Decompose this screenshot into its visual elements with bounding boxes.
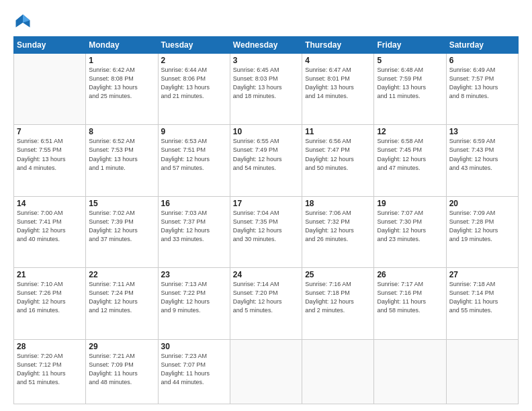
weekday-header-friday: Friday — [374, 37, 446, 54]
day-number: 3 — [233, 56, 299, 65]
day-number: 23 — [161, 270, 227, 279]
day-number: 14 — [17, 199, 83, 208]
day-number: 25 — [305, 270, 371, 279]
calendar-cell: 3Sunrise: 6:45 AM Sunset: 8:03 PM Daylig… — [230, 54, 302, 125]
calendar-cell — [446, 339, 518, 404]
weekday-header-monday: Monday — [86, 37, 158, 54]
day-info: Sunrise: 7:04 AM Sunset: 7:35 PM Dayligh… — [233, 209, 299, 244]
day-number: 30 — [161, 342, 227, 351]
day-number: 15 — [89, 199, 154, 208]
day-number: 20 — [449, 199, 515, 208]
calendar-cell: 9Sunrise: 6:53 AM Sunset: 7:51 PM Daylig… — [158, 125, 230, 196]
day-info: Sunrise: 6:44 AM Sunset: 8:06 PM Dayligh… — [161, 66, 227, 101]
logo — [13, 12, 35, 31]
day-info: Sunrise: 6:47 AM Sunset: 8:01 PM Dayligh… — [305, 66, 371, 101]
calendar-cell: 19Sunrise: 7:07 AM Sunset: 7:30 PM Dayli… — [374, 196, 446, 267]
day-info: Sunrise: 6:53 AM Sunset: 7:51 PM Dayligh… — [161, 137, 227, 172]
day-number: 17 — [233, 199, 299, 208]
day-info: Sunrise: 7:10 AM Sunset: 7:26 PM Dayligh… — [17, 280, 83, 315]
day-info: Sunrise: 7:23 AM Sunset: 7:07 PM Dayligh… — [161, 352, 227, 387]
calendar-cell: 14Sunrise: 7:00 AM Sunset: 7:41 PM Dayli… — [14, 196, 86, 267]
day-number: 21 — [17, 270, 83, 279]
day-number: 6 — [449, 56, 515, 65]
day-number: 9 — [161, 127, 227, 136]
calendar-cell: 25Sunrise: 7:16 AM Sunset: 7:18 PM Dayli… — [302, 268, 374, 339]
calendar-table: SundayMondayTuesdayWednesdayThursdayFrid… — [13, 36, 519, 404]
day-number: 8 — [89, 127, 154, 136]
day-number: 10 — [233, 127, 299, 136]
day-info: Sunrise: 7:07 AM Sunset: 7:30 PM Dayligh… — [377, 209, 443, 244]
calendar-cell: 24Sunrise: 7:14 AM Sunset: 7:20 PM Dayli… — [230, 268, 302, 339]
day-number: 26 — [377, 270, 443, 279]
day-number: 5 — [377, 56, 443, 65]
calendar-cell: 18Sunrise: 7:06 AM Sunset: 7:32 PM Dayli… — [302, 196, 374, 267]
day-info: Sunrise: 7:03 AM Sunset: 7:37 PM Dayligh… — [161, 209, 227, 244]
calendar-cell: 5Sunrise: 6:48 AM Sunset: 7:59 PM Daylig… — [374, 54, 446, 125]
day-info: Sunrise: 7:21 AM Sunset: 7:09 PM Dayligh… — [89, 352, 154, 387]
calendar-cell: 20Sunrise: 7:09 AM Sunset: 7:28 PM Dayli… — [446, 196, 518, 267]
calendar-week-row: 1Sunrise: 6:42 AM Sunset: 8:08 PM Daylig… — [14, 54, 519, 125]
calendar-cell — [302, 339, 374, 404]
day-info: Sunrise: 6:51 AM Sunset: 7:55 PM Dayligh… — [17, 137, 83, 172]
calendar-week-row: 7Sunrise: 6:51 AM Sunset: 7:55 PM Daylig… — [14, 125, 519, 196]
calendar-cell: 16Sunrise: 7:03 AM Sunset: 7:37 PM Dayli… — [158, 196, 230, 267]
calendar-cell: 6Sunrise: 6:49 AM Sunset: 7:57 PM Daylig… — [446, 54, 518, 125]
day-number: 19 — [377, 199, 443, 208]
day-info: Sunrise: 7:17 AM Sunset: 7:16 PM Dayligh… — [377, 280, 443, 315]
day-info: Sunrise: 7:20 AM Sunset: 7:12 PM Dayligh… — [17, 352, 83, 387]
day-number: 27 — [449, 270, 515, 279]
day-number: 7 — [17, 127, 83, 136]
day-number: 28 — [17, 342, 83, 351]
calendar-cell — [374, 339, 446, 404]
calendar-cell: 21Sunrise: 7:10 AM Sunset: 7:26 PM Dayli… — [14, 268, 86, 339]
day-info: Sunrise: 7:11 AM Sunset: 7:24 PM Dayligh… — [89, 280, 154, 315]
day-info: Sunrise: 7:06 AM Sunset: 7:32 PM Dayligh… — [305, 209, 371, 244]
calendar-cell — [230, 339, 302, 404]
day-info: Sunrise: 6:49 AM Sunset: 7:57 PM Dayligh… — [449, 66, 515, 101]
weekday-header-tuesday: Tuesday — [158, 37, 230, 54]
logo-icon — [13, 12, 32, 31]
day-info: Sunrise: 6:48 AM Sunset: 7:59 PM Dayligh… — [377, 66, 443, 101]
calendar-cell: 8Sunrise: 6:52 AM Sunset: 7:53 PM Daylig… — [86, 125, 158, 196]
calendar-cell: 17Sunrise: 7:04 AM Sunset: 7:35 PM Dayli… — [230, 196, 302, 267]
calendar-cell: 27Sunrise: 7:18 AM Sunset: 7:14 PM Dayli… — [446, 268, 518, 339]
day-info: Sunrise: 6:59 AM Sunset: 7:43 PM Dayligh… — [449, 137, 515, 172]
calendar-cell: 10Sunrise: 6:55 AM Sunset: 7:49 PM Dayli… — [230, 125, 302, 196]
calendar-cell: 7Sunrise: 6:51 AM Sunset: 7:55 PM Daylig… — [14, 125, 86, 196]
day-number: 29 — [89, 342, 154, 351]
calendar-cell: 15Sunrise: 7:02 AM Sunset: 7:39 PM Dayli… — [86, 196, 158, 267]
day-info: Sunrise: 7:18 AM Sunset: 7:14 PM Dayligh… — [449, 280, 515, 315]
calendar-cell: 30Sunrise: 7:23 AM Sunset: 7:07 PM Dayli… — [158, 339, 230, 404]
calendar-cell: 2Sunrise: 6:44 AM Sunset: 8:06 PM Daylig… — [158, 54, 230, 125]
page: SundayMondayTuesdayWednesdayThursdayFrid… — [0, 0, 532, 411]
day-info: Sunrise: 6:52 AM Sunset: 7:53 PM Dayligh… — [89, 137, 154, 172]
day-number: 13 — [449, 127, 515, 136]
day-info: Sunrise: 6:45 AM Sunset: 8:03 PM Dayligh… — [233, 66, 299, 101]
day-info: Sunrise: 7:09 AM Sunset: 7:28 PM Dayligh… — [449, 209, 515, 244]
day-info: Sunrise: 7:14 AM Sunset: 7:20 PM Dayligh… — [233, 280, 299, 315]
day-info: Sunrise: 7:13 AM Sunset: 7:22 PM Dayligh… — [161, 280, 227, 315]
day-number: 16 — [161, 199, 227, 208]
day-number: 11 — [305, 127, 371, 136]
calendar-cell: 26Sunrise: 7:17 AM Sunset: 7:16 PM Dayli… — [374, 268, 446, 339]
calendar-cell — [14, 54, 86, 125]
day-info: Sunrise: 7:00 AM Sunset: 7:41 PM Dayligh… — [17, 209, 83, 244]
calendar-cell: 23Sunrise: 7:13 AM Sunset: 7:22 PM Dayli… — [158, 268, 230, 339]
weekday-header-saturday: Saturday — [446, 37, 518, 54]
weekday-header-thursday: Thursday — [302, 37, 374, 54]
day-info: Sunrise: 6:55 AM Sunset: 7:49 PM Dayligh… — [233, 137, 299, 172]
day-info: Sunrise: 7:02 AM Sunset: 7:39 PM Dayligh… — [89, 209, 154, 244]
calendar-week-row: 14Sunrise: 7:00 AM Sunset: 7:41 PM Dayli… — [14, 196, 519, 267]
day-number: 2 — [161, 56, 227, 65]
day-number: 18 — [305, 199, 371, 208]
day-number: 12 — [377, 127, 443, 136]
calendar-cell: 13Sunrise: 6:59 AM Sunset: 7:43 PM Dayli… — [446, 125, 518, 196]
header — [13, 12, 519, 31]
calendar-cell: 12Sunrise: 6:58 AM Sunset: 7:45 PM Dayli… — [374, 125, 446, 196]
weekday-header-sunday: Sunday — [14, 37, 86, 54]
day-info: Sunrise: 6:58 AM Sunset: 7:45 PM Dayligh… — [377, 137, 443, 172]
day-info: Sunrise: 6:56 AM Sunset: 7:47 PM Dayligh… — [305, 137, 371, 172]
day-number: 24 — [233, 270, 299, 279]
calendar-cell: 4Sunrise: 6:47 AM Sunset: 8:01 PM Daylig… — [302, 54, 374, 125]
weekday-header-row: SundayMondayTuesdayWednesdayThursdayFrid… — [14, 37, 519, 54]
